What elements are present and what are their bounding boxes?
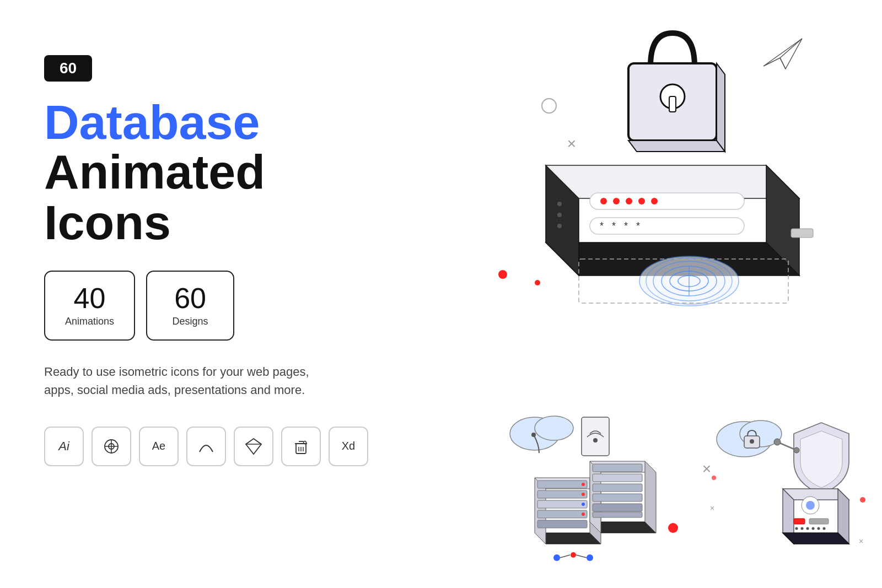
main-lock-illustration: * * * *: [480, 11, 854, 320]
svg-rect-61: [537, 520, 587, 528]
svg-marker-7: [246, 439, 261, 454]
svg-rect-94: [794, 519, 805, 524]
svg-point-86: [774, 439, 781, 445]
svg-point-22: [613, 198, 620, 204]
stat-designs: 60 Designs: [146, 271, 234, 341]
svg-point-23: [626, 198, 632, 204]
svg-rect-57: [537, 481, 587, 488]
page-container: × × 60 Database Animated Icons 40 Animat…: [0, 0, 882, 588]
stats-row: 40 Animations 60 Designs: [44, 271, 386, 341]
svg-rect-34: [791, 229, 813, 238]
xd-label: Xd: [342, 440, 355, 452]
title-line2: Animated Icons: [44, 147, 386, 249]
svg-point-84: [750, 439, 754, 444]
svg-rect-75: [593, 512, 642, 517]
svg-rect-73: [593, 494, 642, 501]
svg-point-103: [860, 497, 865, 503]
svg-point-15: [304, 441, 306, 444]
svg-marker-37: [717, 63, 725, 152]
tool-curve: [186, 427, 226, 466]
svg-point-98: [806, 527, 809, 530]
svg-point-32: [557, 213, 562, 217]
svg-point-31: [557, 202, 562, 206]
svg-rect-70: [593, 464, 642, 472]
svg-point-99: [812, 527, 815, 530]
svg-text:*: *: [624, 220, 628, 231]
svg-line-80: [576, 555, 587, 558]
svg-point-21: [600, 198, 607, 204]
svg-point-102: [712, 476, 716, 480]
svg-point-77: [571, 552, 576, 558]
svg-point-96: [795, 527, 798, 530]
svg-point-97: [801, 527, 804, 530]
svg-marker-36: [628, 141, 725, 152]
svg-marker-91: [783, 533, 849, 544]
stat-designs-label: Designs: [167, 316, 213, 327]
svg-point-52: [593, 438, 598, 443]
svg-point-101: [823, 527, 826, 530]
svg-point-33: [557, 224, 562, 228]
server-cloud-illustration: [502, 412, 689, 566]
svg-point-93: [806, 501, 815, 510]
svg-rect-39: [669, 96, 676, 112]
svg-rect-72: [593, 484, 642, 492]
svg-point-65: [582, 513, 585, 516]
svg-point-78: [587, 554, 593, 561]
svg-point-24: [638, 198, 645, 204]
svg-point-62: [582, 483, 585, 486]
ai-label: Ai: [58, 439, 69, 454]
tool-ai: Ai: [44, 427, 84, 466]
svg-text:*: *: [612, 220, 616, 231]
tools-row: Ai Ae: [44, 427, 386, 466]
description-text: Ready to use isometric icons for your we…: [44, 363, 331, 399]
svg-point-50: [531, 433, 536, 437]
title-line1: Database: [44, 98, 386, 147]
svg-line-79: [560, 555, 570, 558]
svg-rect-51: [582, 417, 609, 456]
svg-text:*: *: [636, 220, 640, 231]
svg-point-25: [651, 198, 658, 204]
svg-point-64: [582, 503, 585, 506]
tool-sketch: [234, 427, 273, 466]
svg-text:×: ×: [710, 504, 714, 513]
svg-text:×: ×: [859, 537, 863, 546]
svg-rect-58: [537, 490, 587, 498]
left-content: 60 Database Animated Icons 40 Animations…: [44, 55, 386, 466]
svg-rect-74: [593, 504, 642, 511]
tool-xd: Xd: [329, 427, 368, 466]
shield-cloud-illustration: × ×: [706, 412, 871, 566]
svg-point-63: [582, 493, 585, 496]
svg-point-100: [818, 527, 820, 530]
tool-figma: [92, 427, 131, 466]
svg-rect-59: [537, 500, 587, 508]
svg-point-87: [794, 447, 799, 453]
stat-animations: 40 Animations: [44, 271, 135, 341]
stat-designs-number: 60: [167, 284, 213, 312]
ae-label: Ae: [152, 440, 165, 452]
tool-ae: Ae: [139, 427, 179, 466]
svg-rect-95: [809, 519, 829, 524]
svg-point-49: [535, 416, 573, 440]
svg-point-76: [553, 554, 560, 561]
svg-marker-69: [645, 461, 656, 533]
svg-text:*: *: [600, 220, 604, 231]
stat-animations-number: 40: [65, 284, 114, 312]
stat-animations-label: Animations: [65, 316, 114, 327]
count-badge: 60: [44, 55, 92, 82]
tool-blender: [281, 427, 321, 466]
svg-rect-60: [537, 510, 587, 518]
svg-rect-71: [593, 474, 642, 482]
